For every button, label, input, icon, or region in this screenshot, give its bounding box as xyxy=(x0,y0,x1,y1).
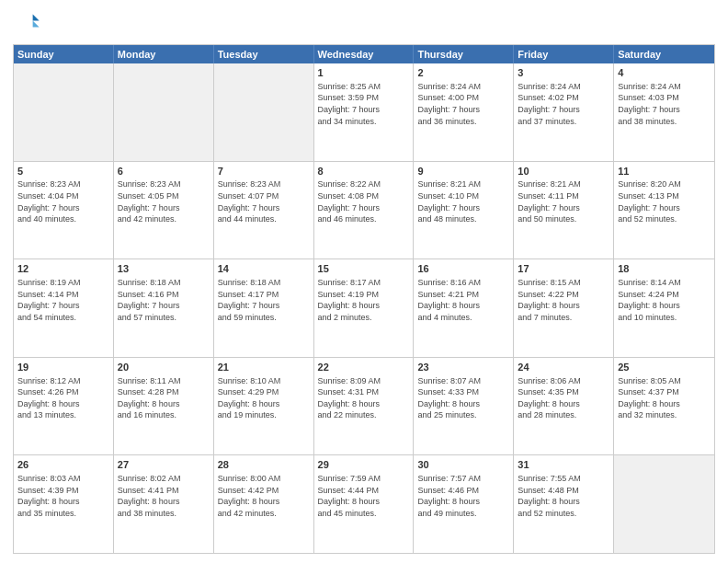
calendar: SundayMondayTuesdayWednesdayThursdayFrid… xyxy=(13,44,715,554)
day-number: 11 xyxy=(618,165,711,178)
day-number: 17 xyxy=(518,262,609,276)
day-number: 30 xyxy=(417,458,509,472)
cell-info: Sunrise: 8:16 AM Sunset: 4:21 PM Dayligh… xyxy=(417,277,509,323)
logo xyxy=(13,9,40,39)
cal-cell-23: 23Sunrise: 8:07 AM Sunset: 4:33 PM Dayli… xyxy=(414,358,514,455)
cal-cell-14: 14Sunrise: 8:18 AM Sunset: 4:17 PM Dayli… xyxy=(214,259,314,357)
cal-cell-empty xyxy=(614,455,714,553)
day-number: 25 xyxy=(618,361,711,374)
cell-info: Sunrise: 8:25 AM Sunset: 3:59 PM Dayligh… xyxy=(318,81,410,127)
cell-info: Sunrise: 8:09 AM Sunset: 4:31 PM Dayligh… xyxy=(318,375,410,421)
svg-marker-0 xyxy=(33,15,40,21)
day-number: 23 xyxy=(417,361,509,374)
cal-cell-10: 10Sunrise: 8:21 AM Sunset: 4:11 PM Dayli… xyxy=(514,162,614,259)
cell-info: Sunrise: 7:57 AM Sunset: 4:46 PM Dayligh… xyxy=(417,473,509,519)
cal-cell-8: 8Sunrise: 8:22 AM Sunset: 4:08 PM Daylig… xyxy=(314,162,415,259)
day-number: 5 xyxy=(17,165,109,178)
cal-cell-empty xyxy=(14,63,114,161)
day-number: 2 xyxy=(417,66,509,80)
day-number: 16 xyxy=(417,262,509,276)
header xyxy=(13,9,715,39)
day-number: 19 xyxy=(17,361,109,374)
day-number: 31 xyxy=(518,458,609,472)
cal-cell-22: 22Sunrise: 8:09 AM Sunset: 4:31 PM Dayli… xyxy=(314,358,415,455)
cell-info: Sunrise: 8:24 AM Sunset: 4:02 PM Dayligh… xyxy=(518,81,609,127)
calendar-body: 1Sunrise: 8:25 AM Sunset: 3:59 PM Daylig… xyxy=(14,63,714,553)
cell-info: Sunrise: 8:19 AM Sunset: 4:14 PM Dayligh… xyxy=(17,277,109,323)
day-number: 24 xyxy=(518,361,609,374)
page: SundayMondayTuesdayWednesdayThursdayFrid… xyxy=(0,0,728,563)
cell-info: Sunrise: 8:12 AM Sunset: 4:26 PM Dayligh… xyxy=(17,375,109,421)
day-number: 20 xyxy=(118,361,210,374)
cal-cell-19: 19Sunrise: 8:12 AM Sunset: 4:26 PM Dayli… xyxy=(14,358,114,455)
cell-info: Sunrise: 8:17 AM Sunset: 4:19 PM Dayligh… xyxy=(318,277,410,323)
cal-cell-2: 2Sunrise: 8:24 AM Sunset: 4:00 PM Daylig… xyxy=(414,63,514,161)
cal-cell-7: 7Sunrise: 8:23 AM Sunset: 4:07 PM Daylig… xyxy=(214,162,314,259)
day-number: 18 xyxy=(618,262,711,276)
cal-cell-5: 5Sunrise: 8:23 AM Sunset: 4:04 PM Daylig… xyxy=(14,162,114,259)
header-day-thursday: Thursday xyxy=(414,45,514,63)
cal-cell-31: 31Sunrise: 7:55 AM Sunset: 4:48 PM Dayli… xyxy=(514,455,614,553)
cal-cell-20: 20Sunrise: 8:11 AM Sunset: 4:28 PM Dayli… xyxy=(114,358,214,455)
cell-info: Sunrise: 8:18 AM Sunset: 4:16 PM Dayligh… xyxy=(118,277,210,323)
logo-icon xyxy=(15,9,40,35)
header-day-friday: Friday xyxy=(514,45,614,63)
cal-cell-28: 28Sunrise: 8:00 AM Sunset: 4:42 PM Dayli… xyxy=(214,455,314,553)
cell-info: Sunrise: 8:24 AM Sunset: 4:03 PM Dayligh… xyxy=(618,81,711,127)
cell-info: Sunrise: 8:24 AM Sunset: 4:00 PM Dayligh… xyxy=(417,81,509,127)
cell-info: Sunrise: 8:14 AM Sunset: 4:24 PM Dayligh… xyxy=(618,277,711,323)
cell-info: Sunrise: 8:05 AM Sunset: 4:37 PM Dayligh… xyxy=(618,375,711,421)
header-day-monday: Monday xyxy=(114,45,214,63)
day-number: 12 xyxy=(17,262,109,276)
cell-info: Sunrise: 8:23 AM Sunset: 4:05 PM Dayligh… xyxy=(118,178,210,224)
cal-cell-27: 27Sunrise: 8:02 AM Sunset: 4:41 PM Dayli… xyxy=(114,455,214,553)
week-row-4: 26Sunrise: 8:03 AM Sunset: 4:39 PM Dayli… xyxy=(14,454,714,553)
day-number: 13 xyxy=(118,262,210,276)
week-row-0: 1Sunrise: 8:25 AM Sunset: 3:59 PM Daylig… xyxy=(14,63,714,161)
week-row-2: 12Sunrise: 8:19 AM Sunset: 4:14 PM Dayli… xyxy=(14,259,714,357)
cal-cell-empty xyxy=(214,63,314,161)
day-number: 15 xyxy=(318,262,410,276)
day-number: 6 xyxy=(118,165,210,178)
cell-info: Sunrise: 8:23 AM Sunset: 4:07 PM Dayligh… xyxy=(218,178,310,224)
day-number: 28 xyxy=(218,458,310,472)
cal-cell-29: 29Sunrise: 7:59 AM Sunset: 4:44 PM Dayli… xyxy=(314,455,415,553)
day-number: 27 xyxy=(118,458,210,472)
day-number: 8 xyxy=(318,165,410,178)
cal-cell-empty xyxy=(114,63,214,161)
cal-cell-30: 30Sunrise: 7:57 AM Sunset: 4:46 PM Dayli… xyxy=(414,455,514,553)
cell-info: Sunrise: 7:55 AM Sunset: 4:48 PM Dayligh… xyxy=(518,473,609,519)
cal-cell-11: 11Sunrise: 8:20 AM Sunset: 4:13 PM Dayli… xyxy=(614,162,714,259)
cell-info: Sunrise: 8:11 AM Sunset: 4:28 PM Dayligh… xyxy=(118,375,210,421)
day-number: 29 xyxy=(318,458,410,472)
day-number: 10 xyxy=(518,165,609,178)
cal-cell-25: 25Sunrise: 8:05 AM Sunset: 4:37 PM Dayli… xyxy=(614,358,714,455)
week-row-1: 5Sunrise: 8:23 AM Sunset: 4:04 PM Daylig… xyxy=(14,161,714,259)
cell-info: Sunrise: 8:02 AM Sunset: 4:41 PM Dayligh… xyxy=(118,473,210,519)
cal-cell-21: 21Sunrise: 8:10 AM Sunset: 4:29 PM Dayli… xyxy=(214,358,314,455)
cell-info: Sunrise: 8:10 AM Sunset: 4:29 PM Dayligh… xyxy=(218,375,310,421)
cell-info: Sunrise: 8:15 AM Sunset: 4:22 PM Dayligh… xyxy=(518,277,609,323)
cal-cell-15: 15Sunrise: 8:17 AM Sunset: 4:19 PM Dayli… xyxy=(314,259,415,357)
cell-info: Sunrise: 8:22 AM Sunset: 4:08 PM Dayligh… xyxy=(318,178,410,224)
day-number: 22 xyxy=(318,361,410,374)
day-number: 4 xyxy=(618,66,711,80)
cell-info: Sunrise: 8:21 AM Sunset: 4:10 PM Dayligh… xyxy=(417,178,509,224)
cal-cell-16: 16Sunrise: 8:16 AM Sunset: 4:21 PM Dayli… xyxy=(414,259,514,357)
day-number: 3 xyxy=(518,66,609,80)
cal-cell-13: 13Sunrise: 8:18 AM Sunset: 4:16 PM Dayli… xyxy=(114,259,214,357)
cell-info: Sunrise: 8:20 AM Sunset: 4:13 PM Dayligh… xyxy=(618,178,711,224)
cell-info: Sunrise: 7:59 AM Sunset: 4:44 PM Dayligh… xyxy=(318,473,410,519)
cal-cell-18: 18Sunrise: 8:14 AM Sunset: 4:24 PM Dayli… xyxy=(614,259,714,357)
cell-info: Sunrise: 8:00 AM Sunset: 4:42 PM Dayligh… xyxy=(218,473,310,519)
cell-info: Sunrise: 8:18 AM Sunset: 4:17 PM Dayligh… xyxy=(218,277,310,323)
day-number: 7 xyxy=(218,165,310,178)
cal-cell-6: 6Sunrise: 8:23 AM Sunset: 4:05 PM Daylig… xyxy=(114,162,214,259)
header-day-tuesday: Tuesday xyxy=(214,45,314,63)
cal-cell-1: 1Sunrise: 8:25 AM Sunset: 3:59 PM Daylig… xyxy=(314,63,415,161)
cell-info: Sunrise: 8:23 AM Sunset: 4:04 PM Dayligh… xyxy=(17,178,109,224)
cell-info: Sunrise: 8:03 AM Sunset: 4:39 PM Dayligh… xyxy=(17,473,109,519)
cal-cell-24: 24Sunrise: 8:06 AM Sunset: 4:35 PM Dayli… xyxy=(514,358,614,455)
day-number: 14 xyxy=(218,262,310,276)
cal-cell-12: 12Sunrise: 8:19 AM Sunset: 4:14 PM Dayli… xyxy=(14,259,114,357)
